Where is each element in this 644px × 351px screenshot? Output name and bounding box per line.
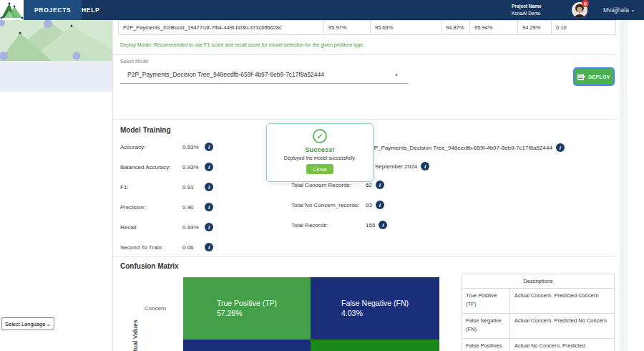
cell-true-negative: [311, 340, 439, 351]
desc-definition: Actual No Concern, Predicted: [510, 339, 614, 351]
select-model-label: Select Model: [120, 59, 148, 64]
metric-label: F1:: [120, 184, 182, 191]
dropdown-underline: [120, 83, 408, 84]
model-results-row: P2P_Payments_XGBoost_19477cdf-7fb4-449f-…: [118, 20, 616, 35]
metric-value: 0.90: [182, 204, 205, 211]
cell-value: 57.26%: [217, 309, 277, 319]
metric-value: 0.06: [182, 244, 205, 251]
metric-precision: Precision: 0.90 i: [120, 203, 213, 211]
select-caret-icon: ⌄: [46, 321, 51, 327]
model-training-heading: Model Training: [120, 126, 171, 134]
confusion-matrix-heading: Confusion Matrix: [120, 262, 179, 270]
modal-title: Success!: [267, 145, 373, 153]
notification-badge[interactable]: 0: [582, 0, 589, 7]
language-select[interactable]: Select Language ⌄: [1, 317, 54, 330]
metric-balanced-accuracy: Balanced Accuracy: 0.93% i: [120, 163, 213, 171]
sidebar-illustration: [0, 20, 112, 61]
desc-term: True Positive (TP): [462, 289, 510, 313]
table-row: False Negative (FN) Actual Concern, Pred…: [462, 314, 614, 339]
info-icon[interactable]: i: [205, 163, 213, 171]
cell-value: 4.03%: [341, 309, 409, 319]
project-name-label: Project Name: [512, 3, 542, 10]
result-f1: 94.87%: [441, 21, 470, 34]
metric-seconds-to-train: Second To Train: 0.06 i: [120, 243, 213, 251]
metric-label: Accuracy:: [120, 144, 182, 150]
modal-message: Deployed the model successfully.: [267, 155, 373, 160]
info-icon[interactable]: i: [205, 183, 213, 191]
deploy-button-label: DEPLOY: [588, 74, 610, 80]
metric-label: Second To Train:: [120, 244, 182, 251]
detail-total-no-concern: Total No Concern_records: 93 i: [291, 201, 384, 209]
deploy-recommendation-note: Deploy Model: Recommended to use F1 scor…: [120, 42, 364, 47]
metric-value: 0.93%: [182, 224, 205, 231]
metric-recall: Recall: 0.93% i: [120, 223, 213, 231]
info-icon[interactable]: i: [205, 203, 213, 211]
cell-true-positive: True Positive (TP) 57.26%: [183, 277, 311, 340]
detail-value: September 2024: [375, 163, 417, 170]
metric-value: 0.91: [182, 184, 205, 191]
info-icon[interactable]: i: [205, 243, 213, 251]
app-logo[interactable]: [0, 0, 24, 20]
detail-value: 62: [366, 182, 372, 188]
result-balanced-accuracy: 95.63%: [371, 21, 441, 34]
deploy-button[interactable]: DEPLOY: [575, 69, 613, 85]
dropdown-caret-icon[interactable]: ▼: [394, 73, 399, 77]
section-divider: [112, 256, 617, 257]
detail-value: 93: [366, 202, 372, 208]
info-icon[interactable]: i: [421, 162, 429, 170]
detail-total-records: Total Records: 155 i: [291, 221, 387, 229]
info-icon[interactable]: i: [376, 181, 384, 189]
cell-false-negative: False Negative (FN) 4.03%: [311, 277, 439, 340]
info-icon[interactable]: i: [556, 143, 565, 152]
metric-label: Balanced Accuracy:: [120, 164, 182, 170]
detail-training-period: September 2024 i: [375, 162, 429, 170]
confusion-matrix: True Positive (TP) 57.26% False Negative…: [183, 277, 439, 351]
info-icon[interactable]: i: [205, 223, 213, 231]
detail-label: Total Records:: [291, 222, 366, 229]
table-row: True Positive (TP) Actual Concern, Predi…: [462, 289, 614, 314]
desc-term: False Negative (FN): [462, 314, 510, 338]
detail-label: Total Concern Records:: [291, 182, 366, 188]
metric-label: Precision:: [120, 204, 182, 211]
success-modal: ✓ Success! Deployed the model successful…: [266, 123, 374, 182]
select-model-dropdown[interactable]: P2P_Payments_Decision Tree_948eedfb-659f…: [127, 71, 324, 78]
cell-name: False Negative (FN): [341, 299, 409, 309]
info-icon[interactable]: i: [205, 143, 213, 151]
modal-close-button[interactable]: Close: [306, 164, 333, 174]
user-name: Mvajjhala: [603, 6, 629, 14]
descriptions-header: Descriptions: [462, 274, 614, 289]
desc-definition: Actual Concern, Predicted Concern: [510, 289, 614, 313]
metric-label: Recall:: [120, 224, 182, 231]
success-check-icon: ✓: [313, 129, 327, 143]
info-icon[interactable]: i: [376, 201, 384, 209]
chevron-down-icon: ▾: [632, 8, 634, 13]
language-select-value: Select Language: [5, 321, 45, 327]
info-icon[interactable]: i: [379, 221, 387, 229]
metric-accuracy: Accuracy: 0.93% i: [120, 143, 213, 151]
sidebar-divider: [112, 20, 113, 351]
result-accuracy: 95.97%: [324, 21, 371, 34]
detail-value: P2P_Payments_Decision Tree_948eedfb-659f…: [367, 145, 552, 151]
top-navbar: PROJECTS HELP Project Name KonaAI Demo 0…: [0, 0, 644, 20]
row-label-concern: Concern: [145, 305, 166, 312]
metric-value: 0.93%: [182, 164, 205, 170]
project-name-value: KonaAI Demo: [512, 10, 542, 17]
y-axis-label: Actual Values: [132, 319, 139, 351]
result-seconds: 0.10: [552, 21, 615, 34]
section-divider: [112, 54, 617, 55]
scrollbar-track[interactable]: [620, 20, 628, 351]
deploy-icon: [577, 73, 585, 81]
konaai-logo-icon: [0, 0, 24, 20]
metric-f1: F1: 0.91 i: [120, 183, 213, 191]
metric-value: 0.93%: [182, 144, 205, 150]
user-menu[interactable]: Mvajjhala ▾: [603, 0, 634, 20]
sidebar-panel: [0, 61, 112, 92]
result-recall: 94.29%: [518, 21, 552, 34]
detail-label: Total No Concern_records:: [291, 202, 366, 208]
nav-tab-help[interactable]: HELP: [71, 0, 110, 20]
descriptions-table: Descriptions True Positive (TP) Actual C…: [462, 274, 615, 351]
table-row: False Positives Actual No Concern, Predi…: [462, 339, 614, 351]
project-info: Project Name KonaAI Demo: [512, 3, 542, 18]
detail-model-name: P2P_Payments_Decision Tree_948eedfb-659f…: [367, 143, 565, 152]
result-model-name: P2P_Payments_XGBoost_19477cdf-7fb4-449f-…: [119, 21, 324, 34]
